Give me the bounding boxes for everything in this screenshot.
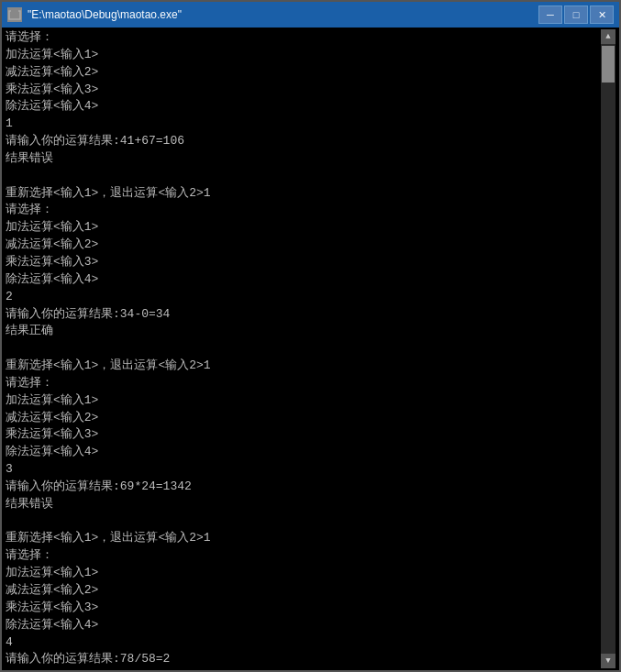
window: "E:\maotao\Debug\maotao.exe" ─ □ ✕ 请选择： … (0, 0, 621, 672)
window-icon (7, 7, 22, 22)
scrollbar-thumb[interactable] (602, 46, 615, 83)
console-area: 请选择： 加法运算<输入1> 减法运算<输入2> 乘法运算<输入3> 除法运算<… (2, 28, 619, 670)
title-bar-left: "E:\maotao\Debug\maotao.exe" (7, 7, 182, 22)
restore-button[interactable]: □ (564, 6, 588, 24)
scrollbar[interactable]: ▲ ▼ (601, 29, 615, 668)
svg-rect-0 (9, 11, 20, 19)
close-button[interactable]: ✕ (590, 6, 614, 24)
window-controls: ─ □ ✕ (538, 6, 614, 24)
window-title: "E:\maotao\Debug\maotao.exe" (28, 8, 182, 21)
minimize-button[interactable]: ─ (538, 6, 562, 24)
svg-rect-1 (11, 9, 18, 12)
scrollbar-down-button[interactable]: ▼ (601, 654, 615, 668)
scrollbar-up-button[interactable]: ▲ (601, 29, 615, 44)
console-output: 请选择： 加法运算<输入1> 减法运算<输入2> 乘法运算<输入3> 除法运算<… (6, 29, 601, 668)
title-bar: "E:\maotao\Debug\maotao.exe" ─ □ ✕ (2, 2, 619, 28)
